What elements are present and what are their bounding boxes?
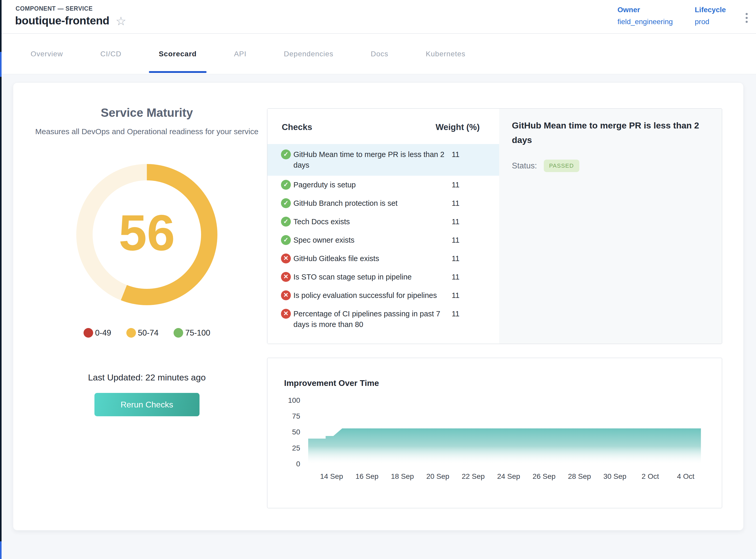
legend-dot-icon [174, 328, 183, 338]
lifecycle-value: prod [695, 18, 726, 26]
check-passed-icon: ✓ [281, 217, 291, 227]
window-left-edge-accent-bottom [0, 541, 2, 559]
tab-docs[interactable]: Docs [352, 34, 407, 74]
check-label: GitHub Branch protection is set [293, 198, 452, 209]
legend-label: 0-49 [95, 328, 111, 338]
checks-column-header: Checks [282, 122, 312, 132]
check-row-github-branch-protection-is-set[interactable]: ✓GitHub Branch protection is set11 [268, 194, 499, 213]
check-label: GitHub Gitleaks file exists [293, 253, 452, 264]
check-row-pagerduty-is-setup[interactable]: ✓Pagerduty is setup11 [268, 176, 499, 194]
more-options-kebab-icon[interactable] [744, 12, 749, 24]
legend-item-50-74: 50-74 [127, 328, 159, 338]
tab-api[interactable]: API [215, 34, 265, 74]
check-weight: 11 [452, 235, 459, 246]
check-passed-icon: ✓ [281, 198, 291, 208]
check-weight: 11 [452, 290, 459, 301]
tab-dependencies[interactable]: Dependencies [265, 34, 352, 74]
score-range-legend: 0-4950-7475-100 [22, 328, 271, 338]
lifecycle-label: Lifecycle [695, 6, 726, 14]
scorecard-card: Service Maturity Measures all DevOps and… [13, 83, 743, 531]
scorecard-subtitle: Measures all DevOps and Operational read… [33, 125, 261, 137]
legend-dot-icon [127, 328, 136, 338]
check-weight: 11 [452, 198, 459, 209]
check-detail-panel: GitHub Mean time to merge PR is less tha… [499, 109, 722, 343]
rerun-checks-button[interactable]: Rerun Checks [94, 393, 200, 416]
owner-label: Owner [617, 6, 673, 14]
breadcrumb: COMPONENT — SERVICE [16, 5, 93, 12]
improvement-area-chart [268, 358, 722, 508]
check-passed-icon: ✓ [281, 150, 291, 159]
check-row-is-sto-scan-stage-setup-in-pipeline[interactable]: ✕Is STO scan stage setup in pipeline11 [268, 268, 499, 286]
check-label: Pagerduty is setup [293, 180, 452, 190]
check-failed-icon: ✕ [281, 253, 291, 263]
tab-overview[interactable]: Overview [12, 34, 82, 74]
favorite-star-icon[interactable]: ☆ [115, 15, 126, 27]
check-label: Tech Docs exists [293, 217, 452, 227]
check-weight: 11 [452, 180, 459, 190]
entity-tabbar: OverviewCI/CDScorecardAPIDependenciesDoc… [2, 34, 756, 74]
service-maturity-summary: Service Maturity Measures all DevOps and… [22, 106, 271, 416]
check-label: GitHub Mean time to merge PR is less tha… [293, 149, 452, 171]
legend-item-0-49: 0-49 [84, 328, 111, 338]
checks-list: Checks Weight (%) ✓GitHub Mean time to m… [268, 109, 499, 343]
scorecard-title: Service Maturity [22, 106, 271, 120]
check-weight: 11 [452, 272, 459, 282]
check-weight: 11 [452, 149, 459, 160]
check-label: Percentage of CI pipelines passing in pa… [293, 309, 452, 330]
check-weight: 11 [452, 217, 459, 227]
improvement-chart-panel: Improvement Over Time 1007550250 14 Sep1… [267, 358, 722, 508]
legend-item-75-100: 75-100 [174, 328, 210, 338]
scorecard-page: COMPONENT — SERVICE boutique-frontend ☆ … [0, 0, 756, 559]
check-weight: 11 [452, 309, 459, 319]
status-label: Status: [512, 161, 537, 171]
check-row-percentage-of-ci-pipelines-passing-in-pa[interactable]: ✕Percentage of CI pipelines passing in p… [268, 305, 499, 334]
entity-header: COMPONENT — SERVICE boutique-frontend ☆ … [2, 0, 756, 34]
check-row-github-gitleaks-file-exists[interactable]: ✕GitHub Gitleaks file exists11 [268, 249, 499, 268]
check-passed-icon: ✓ [281, 180, 291, 190]
legend-label: 50-74 [138, 328, 159, 338]
check-row-spec-owner-exists[interactable]: ✓Spec owner exists11 [268, 231, 499, 249]
tab-scorecard[interactable]: Scorecard [140, 34, 215, 74]
check-detail-title: GitHub Mean time to merge PR is less tha… [512, 118, 702, 147]
check-passed-icon: ✓ [281, 235, 291, 245]
legend-label: 75-100 [185, 328, 210, 338]
window-left-edge [0, 0, 2, 559]
check-failed-icon: ✕ [281, 309, 291, 319]
tab-kubernetes[interactable]: Kubernetes [407, 34, 484, 74]
checks-panel: Checks Weight (%) ✓GitHub Mean time to m… [267, 108, 722, 344]
weight-column-header: Weight (%) [436, 122, 480, 132]
tab-ci-cd[interactable]: CI/CD [82, 34, 140, 74]
check-row-is-policy-evaluation-successful-for-pipe[interactable]: ✕Is policy evaluation successful for pip… [268, 286, 499, 305]
check-failed-icon: ✕ [281, 272, 291, 282]
legend-dot-icon [84, 328, 93, 338]
check-label: Is policy evaluation successful for pipe… [293, 290, 452, 301]
page-title: boutique-frontend [15, 14, 109, 27]
check-failed-icon: ✕ [281, 290, 291, 300]
window-left-edge-accent-top [0, 52, 2, 77]
maturity-score-gauge: 56 [76, 164, 217, 305]
maturity-score-value: 56 [119, 203, 175, 262]
check-row-tech-docs-exists[interactable]: ✓Tech Docs exists11 [268, 213, 499, 231]
check-label: Is STO scan stage setup in pipeline [293, 272, 452, 282]
last-updated-text: Last Updated: 22 minutes ago [22, 373, 271, 382]
check-weight: 11 [452, 253, 459, 264]
check-label: Spec owner exists [293, 235, 452, 246]
status-badge: PASSED [544, 160, 579, 172]
check-row-github-mean-time-to-merge-pr-is-less-tha[interactable]: ✓GitHub Mean time to merge PR is less th… [268, 144, 499, 176]
owner-value[interactable]: field_engineering [617, 18, 673, 26]
